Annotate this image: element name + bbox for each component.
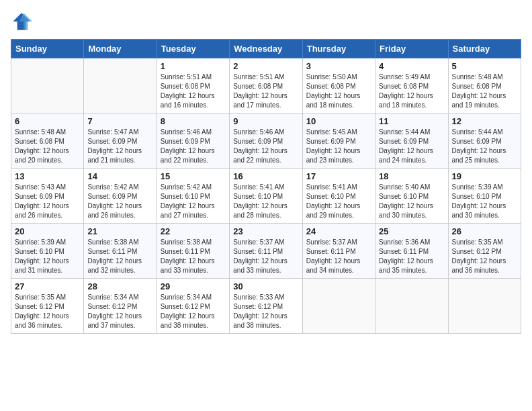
week-row-2: 6Sunrise: 5:48 AM Sunset: 6:08 PM Daylig… (11, 113, 521, 169)
day-info: Sunrise: 5:42 AM Sunset: 6:09 PM Dayligh… (87, 183, 152, 220)
column-header-monday: Monday (84, 40, 157, 58)
day-number: 3 (306, 61, 371, 71)
day-info: Sunrise: 5:36 AM Sunset: 6:11 PM Dayligh… (379, 238, 444, 275)
day-cell: 19Sunrise: 5:39 AM Sunset: 6:10 PM Dayli… (448, 169, 521, 224)
week-row-4: 20Sunrise: 5:39 AM Sunset: 6:10 PM Dayli… (11, 224, 521, 279)
day-cell: 28Sunrise: 5:34 AM Sunset: 6:12 PM Dayli… (84, 279, 157, 334)
day-cell: 22Sunrise: 5:38 AM Sunset: 6:11 PM Dayli… (157, 224, 229, 279)
day-number: 14 (87, 171, 152, 181)
day-number: 29 (161, 281, 226, 291)
day-cell: 8Sunrise: 5:46 AM Sunset: 6:09 PM Daylig… (157, 113, 229, 169)
day-number: 28 (87, 281, 152, 291)
day-info: Sunrise: 5:35 AM Sunset: 6:12 PM Dayligh… (15, 293, 80, 330)
day-cell: 18Sunrise: 5:40 AM Sunset: 6:10 PM Dayli… (375, 169, 448, 224)
day-info: Sunrise: 5:41 AM Sunset: 6:10 PM Dayligh… (233, 183, 298, 220)
day-info: Sunrise: 5:34 AM Sunset: 6:12 PM Dayligh… (161, 293, 226, 330)
day-cell: 29Sunrise: 5:34 AM Sunset: 6:12 PM Dayli… (157, 279, 229, 334)
day-info: Sunrise: 5:41 AM Sunset: 6:10 PM Dayligh… (306, 183, 371, 220)
day-cell (375, 279, 448, 334)
day-cell: 27Sunrise: 5:35 AM Sunset: 6:12 PM Dayli… (11, 279, 84, 334)
day-number: 30 (233, 281, 298, 291)
day-number: 5 (452, 61, 517, 71)
day-info: Sunrise: 5:43 AM Sunset: 6:09 PM Dayligh… (15, 183, 80, 220)
column-header-sunday: Sunday (11, 40, 84, 58)
day-cell: 15Sunrise: 5:42 AM Sunset: 6:10 PM Dayli… (157, 169, 229, 224)
day-info: Sunrise: 5:44 AM Sunset: 6:09 PM Dayligh… (379, 128, 444, 165)
week-row-1: 1Sunrise: 5:51 AM Sunset: 6:08 PM Daylig… (11, 58, 521, 113)
day-number: 27 (15, 281, 80, 291)
day-number: 16 (233, 171, 298, 181)
day-info: Sunrise: 5:44 AM Sunset: 6:09 PM Dayligh… (452, 128, 517, 165)
day-cell (302, 279, 375, 334)
day-number: 24 (306, 226, 371, 236)
day-info: Sunrise: 5:37 AM Sunset: 6:11 PM Dayligh… (233, 238, 298, 275)
day-number: 26 (452, 226, 517, 236)
day-number: 21 (87, 226, 152, 236)
day-cell (448, 279, 521, 334)
day-number: 7 (87, 116, 152, 126)
logo-icon (11, 11, 32, 32)
header-row: SundayMondayTuesdayWednesdayThursdayFrid… (11, 40, 521, 58)
day-info: Sunrise: 5:47 AM Sunset: 6:09 PM Dayligh… (87, 128, 152, 165)
day-cell: 14Sunrise: 5:42 AM Sunset: 6:09 PM Dayli… (84, 169, 157, 224)
day-cell: 9Sunrise: 5:46 AM Sunset: 6:09 PM Daylig… (230, 113, 302, 169)
day-info: Sunrise: 5:51 AM Sunset: 6:08 PM Dayligh… (233, 73, 298, 110)
week-row-5: 27Sunrise: 5:35 AM Sunset: 6:12 PM Dayli… (11, 279, 521, 334)
column-header-wednesday: Wednesday (230, 40, 302, 58)
day-info: Sunrise: 5:38 AM Sunset: 6:11 PM Dayligh… (161, 238, 226, 275)
day-cell: 2Sunrise: 5:51 AM Sunset: 6:08 PM Daylig… (230, 58, 302, 113)
day-number: 1 (161, 61, 226, 71)
day-info: Sunrise: 5:34 AM Sunset: 6:12 PM Dayligh… (87, 293, 152, 330)
day-info: Sunrise: 5:39 AM Sunset: 6:10 PM Dayligh… (452, 183, 517, 220)
day-cell: 20Sunrise: 5:39 AM Sunset: 6:10 PM Dayli… (11, 224, 84, 279)
day-number: 13 (15, 171, 80, 181)
day-info: Sunrise: 5:40 AM Sunset: 6:10 PM Dayligh… (379, 183, 444, 220)
day-number: 2 (233, 61, 298, 71)
day-number: 23 (233, 226, 298, 236)
day-info: Sunrise: 5:48 AM Sunset: 6:08 PM Dayligh… (452, 73, 517, 110)
day-cell: 21Sunrise: 5:38 AM Sunset: 6:11 PM Dayli… (84, 224, 157, 279)
day-cell: 26Sunrise: 5:35 AM Sunset: 6:12 PM Dayli… (448, 224, 521, 279)
day-cell: 10Sunrise: 5:45 AM Sunset: 6:09 PM Dayli… (302, 113, 375, 169)
day-info: Sunrise: 5:45 AM Sunset: 6:09 PM Dayligh… (306, 128, 371, 165)
day-cell: 12Sunrise: 5:44 AM Sunset: 6:09 PM Dayli… (448, 113, 521, 169)
day-cell: 1Sunrise: 5:51 AM Sunset: 6:08 PM Daylig… (157, 58, 229, 113)
column-header-saturday: Saturday (448, 40, 521, 58)
day-cell: 11Sunrise: 5:44 AM Sunset: 6:09 PM Dayli… (375, 113, 448, 169)
day-info: Sunrise: 5:46 AM Sunset: 6:09 PM Dayligh… (161, 128, 226, 165)
day-number: 11 (379, 116, 444, 126)
day-cell: 17Sunrise: 5:41 AM Sunset: 6:10 PM Dayli… (302, 169, 375, 224)
day-info: Sunrise: 5:42 AM Sunset: 6:10 PM Dayligh… (161, 183, 226, 220)
day-cell: 16Sunrise: 5:41 AM Sunset: 6:10 PM Dayli… (230, 169, 302, 224)
column-header-tuesday: Tuesday (157, 40, 229, 58)
day-number: 20 (15, 226, 80, 236)
day-cell: 6Sunrise: 5:48 AM Sunset: 6:08 PM Daylig… (11, 113, 84, 169)
column-header-friday: Friday (375, 40, 448, 58)
day-number: 18 (379, 171, 444, 181)
day-info: Sunrise: 5:33 AM Sunset: 6:12 PM Dayligh… (233, 293, 298, 330)
logo (11, 11, 35, 32)
day-cell: 3Sunrise: 5:50 AM Sunset: 6:08 PM Daylig… (302, 58, 375, 113)
calendar: SundayMondayTuesdayWednesdayThursdayFrid… (11, 39, 521, 334)
week-row-3: 13Sunrise: 5:43 AM Sunset: 6:09 PM Dayli… (11, 169, 521, 224)
day-number: 8 (161, 116, 226, 126)
day-info: Sunrise: 5:46 AM Sunset: 6:09 PM Dayligh… (233, 128, 298, 165)
day-number: 6 (15, 116, 80, 126)
day-cell: 7Sunrise: 5:47 AM Sunset: 6:09 PM Daylig… (84, 113, 157, 169)
day-info: Sunrise: 5:35 AM Sunset: 6:12 PM Dayligh… (452, 238, 517, 275)
day-cell: 5Sunrise: 5:48 AM Sunset: 6:08 PM Daylig… (448, 58, 521, 113)
day-number: 19 (452, 171, 517, 181)
day-cell: 30Sunrise: 5:33 AM Sunset: 6:12 PM Dayli… (230, 279, 302, 334)
day-info: Sunrise: 5:49 AM Sunset: 6:08 PM Dayligh… (379, 73, 444, 110)
day-number: 9 (233, 116, 298, 126)
day-info: Sunrise: 5:51 AM Sunset: 6:08 PM Dayligh… (161, 73, 226, 110)
day-cell (84, 58, 157, 113)
day-number: 15 (161, 171, 226, 181)
day-cell: 4Sunrise: 5:49 AM Sunset: 6:08 PM Daylig… (375, 58, 448, 113)
day-cell: 13Sunrise: 5:43 AM Sunset: 6:09 PM Dayli… (11, 169, 84, 224)
day-number: 25 (379, 226, 444, 236)
day-cell: 25Sunrise: 5:36 AM Sunset: 6:11 PM Dayli… (375, 224, 448, 279)
day-number: 10 (306, 116, 371, 126)
day-info: Sunrise: 5:39 AM Sunset: 6:10 PM Dayligh… (15, 238, 80, 275)
day-number: 4 (379, 61, 444, 71)
